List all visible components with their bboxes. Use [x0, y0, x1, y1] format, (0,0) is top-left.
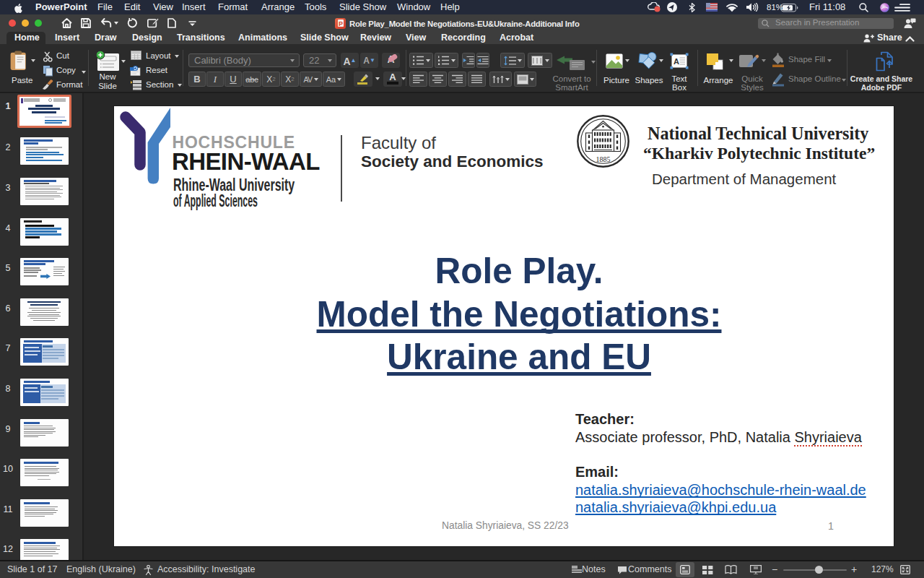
svg-text:A: A — [674, 57, 679, 66]
svg-text:1885: 1885 — [596, 155, 611, 163]
